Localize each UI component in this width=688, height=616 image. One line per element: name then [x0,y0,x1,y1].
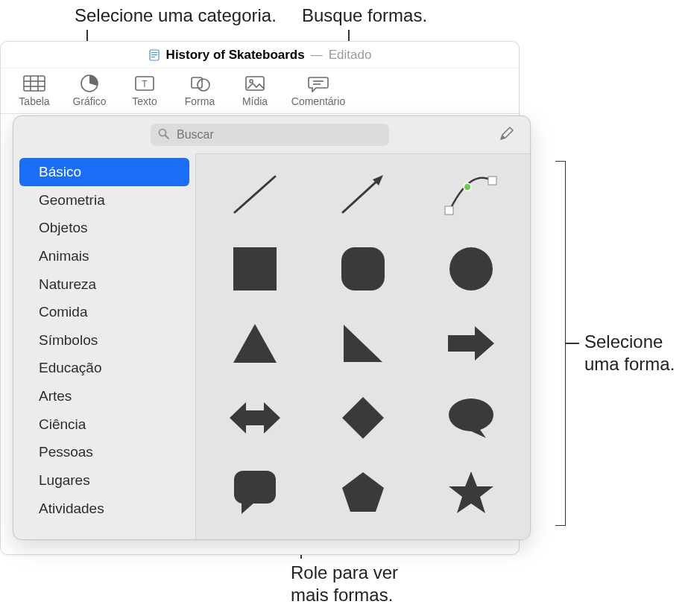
document-title: History of Skateboards [166,48,305,63]
sidebar-item-pessoas[interactable]: Pessoas [19,438,189,466]
toolbar-comment-button[interactable]: Comentário [283,72,354,109]
toolbar-label: Texto [132,95,157,107]
toolbar-table-button[interactable]: Tabela [7,72,62,109]
sidebar-item-objetos[interactable]: Objetos [19,214,189,242]
shape-circle[interactable] [441,242,501,296]
svg-point-13 [198,79,209,91]
svg-marker-37 [242,502,255,514]
category-sidebar: BásicoGeometriaObjetosAnimaisNaturezaCom… [13,153,195,539]
callout-select-category: Selecione uma categoria. [75,4,277,27]
callout-text: Role para ver [291,562,398,582]
sidebar-item-animais[interactable]: Animais [19,242,189,270]
shapes-popover: BásicoGeometriaObjetosAnimaisNaturezaCom… [13,115,531,540]
svg-point-15 [250,80,253,83]
svg-text:T: T [142,79,148,89]
shape-square[interactable] [225,242,285,296]
shape-arrow-line[interactable] [333,168,393,221]
toolbar-label: Comentário [291,95,345,107]
callout-search-shapes: Busque formas. [302,4,427,27]
shapes-panel[interactable] [195,153,530,539]
callout-bracket [555,161,566,526]
shape-star[interactable] [441,466,501,519]
svg-marker-30 [344,325,382,362]
draw-shape-button[interactable] [494,124,520,146]
svg-rect-3 [151,57,155,57]
sidebar-item-educação[interactable]: Educação [19,354,189,382]
svg-marker-29 [233,324,277,363]
chart-icon [76,73,103,94]
callout-text: mais formas. [291,585,393,605]
svg-line-20 [235,177,275,212]
svg-line-21 [343,180,379,212]
toolbar-shape-button[interactable]: Forma [172,72,227,109]
document-status: Editado [329,48,372,63]
media-icon [242,73,268,94]
window-titlebar: History of Skateboards — Editado [1,42,519,69]
pen-icon [498,124,516,145]
sidebar-item-básico[interactable]: Básico [19,158,189,186]
shape-line[interactable] [225,168,285,221]
svg-rect-1 [151,52,157,53]
sidebar-item-geometria[interactable]: Geometria [19,186,189,215]
main-toolbar: Tabela Gráfico T Texto Forma Mídia [1,69,519,114]
callout-scroll-more: Role para ver mais formas. [291,562,398,606]
svg-point-34 [449,399,493,431]
toolbar-chart-button[interactable]: Gráfico [62,72,117,109]
svg-rect-23 [445,206,453,215]
shape-triangle[interactable] [225,317,285,370]
toolbar-text-button[interactable]: T Texto [117,72,172,109]
document-icon [148,49,160,61]
toolbar-media-button[interactable]: Mídia [227,72,283,109]
svg-rect-12 [192,77,202,88]
shape-curve[interactable] [441,168,501,221]
svg-rect-2 [151,54,157,55]
search-field[interactable] [151,124,389,146]
sidebar-item-natureza[interactable]: Natureza [19,270,189,299]
svg-rect-24 [488,177,496,185]
callout-text: uma forma. [584,354,675,374]
shape-diamond[interactable] [333,391,393,445]
sidebar-item-comida[interactable]: Comida [19,298,189,326]
toolbar-label: Mídia [242,95,268,107]
shape-rounded-square[interactable] [333,242,393,296]
svg-marker-38 [342,472,384,512]
sidebar-item-ciência[interactable]: Ciência [19,410,189,439]
shape-speech-square[interactable] [225,466,285,519]
shape-arrow-right[interactable] [441,317,501,370]
text-icon: T [131,73,158,94]
svg-marker-31 [448,326,494,361]
svg-rect-36 [234,471,276,504]
shape-pentagon[interactable] [333,466,393,519]
popover-header [13,116,530,153]
svg-marker-32 [230,402,280,434]
callout-line [566,343,579,344]
svg-point-28 [449,247,493,290]
svg-point-25 [464,183,471,191]
toolbar-label: Tabela [19,95,49,107]
callout-text: Selecione [584,331,663,352]
popover-body: BásicoGeometriaObjetosAnimaisNaturezaCom… [13,153,530,539]
search-icon [158,128,169,142]
shapes-grid [218,168,508,519]
search-input[interactable] [175,127,382,142]
toolbar-label: Forma [185,95,215,107]
title-separator: — [311,48,323,62]
sidebar-item-atividades[interactable]: Atividades [19,495,189,523]
comment-icon [305,73,332,94]
shape-right-triangle[interactable] [333,317,393,370]
table-icon [21,73,48,94]
svg-rect-27 [341,247,385,290]
svg-point-18 [160,129,166,136]
svg-line-19 [165,136,168,139]
shape-icon [186,73,213,94]
sidebar-item-artes[interactable]: Artes [19,382,189,410]
callout-select-shape: Selecione uma forma. [584,331,675,375]
shape-speech-oval[interactable] [441,391,501,445]
sidebar-item-lugares[interactable]: Lugares [19,466,189,495]
toolbar-label: Gráfico [72,95,106,107]
svg-marker-33 [342,397,384,439]
svg-marker-39 [449,471,493,513]
sidebar-item-símbolos[interactable]: Símbolos [19,326,189,355]
svg-rect-4 [24,76,45,91]
shape-arrow-double[interactable] [225,391,285,445]
